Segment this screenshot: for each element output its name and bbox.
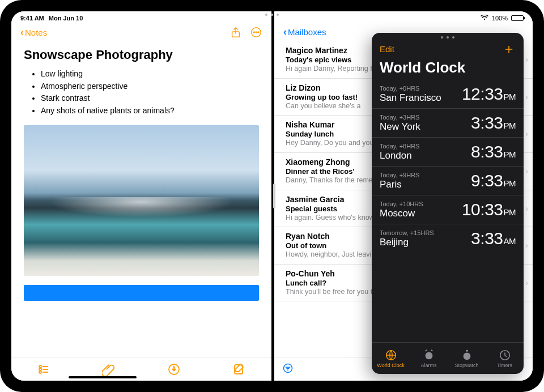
city-name: Beijing bbox=[380, 237, 434, 248]
clock-tab-bar: World Clock Alarms Stopwatch Timers bbox=[372, 342, 524, 374]
city-name: Paris bbox=[380, 179, 419, 190]
svg-point-5 bbox=[39, 365, 41, 368]
city-time: 3:33PM bbox=[471, 113, 516, 133]
city-offset: Today, +0HRS bbox=[380, 85, 441, 92]
more-button[interactable] bbox=[250, 26, 262, 39]
chevron-right-icon: › bbox=[525, 55, 528, 64]
tab-label: Timers bbox=[497, 363, 512, 368]
note-body[interactable]: Snowscape Photography Low lighting Atmos… bbox=[11, 42, 271, 357]
world-clock-city-row[interactable]: Today, +8HRSLondon8:33PM bbox=[372, 137, 524, 166]
split-view-divider[interactable] bbox=[273, 184, 275, 208]
world-clock-list[interactable]: Today, +0HRSSan Francisco12:33PMToday, +… bbox=[372, 80, 524, 342]
svg-point-7 bbox=[39, 371, 41, 373]
chevron-right-icon: › bbox=[525, 167, 528, 176]
city-time: 8:33PM bbox=[471, 142, 516, 161]
chevron-right-icon: › bbox=[525, 241, 528, 250]
note-bullet: Any shots of native plants or animals? bbox=[41, 105, 259, 117]
compose-note-button[interactable] bbox=[232, 363, 246, 376]
chevron-right-icon: › bbox=[525, 92, 528, 101]
svg-point-4 bbox=[258, 32, 259, 33]
tab-alarms[interactable]: Alarms bbox=[410, 343, 448, 374]
notes-back-label: Notes bbox=[25, 28, 47, 37]
svg-point-10 bbox=[284, 364, 292, 372]
notes-back-button[interactable]: ‹ Notes bbox=[20, 27, 47, 39]
note-bullet: Low lighting bbox=[41, 68, 259, 80]
tab-world-clock[interactable]: World Clock bbox=[372, 343, 410, 374]
world-clock-title: World Clock bbox=[372, 59, 524, 80]
mail-app-pane: ‹ Mailboxes Magico MartinezToday's epic … bbox=[274, 11, 533, 381]
tab-label: World Clock bbox=[377, 363, 404, 368]
mail-filter-button[interactable] bbox=[282, 363, 294, 376]
notes-toolbar bbox=[11, 357, 271, 381]
chevron-left-icon: ‹ bbox=[20, 27, 24, 39]
checklist-button[interactable] bbox=[37, 363, 50, 376]
svg-rect-14 bbox=[466, 350, 468, 351]
world-clock-city-row[interactable]: Tomorrow, +15HRSBeijing3:33AM bbox=[372, 224, 524, 253]
note-bullet: Atmospheric perspective bbox=[41, 80, 259, 93]
svg-point-2 bbox=[253, 32, 254, 33]
globe-icon bbox=[385, 349, 397, 361]
city-time: 12:33PM bbox=[462, 84, 516, 104]
attachment-button[interactable] bbox=[102, 363, 116, 376]
notes-nav-bar: ‹ Notes bbox=[11, 11, 271, 42]
world-clock-city-row[interactable]: Today, +10HRSMoscow10:33PM bbox=[372, 195, 524, 224]
svg-point-12 bbox=[425, 352, 432, 359]
note-attached-photo[interactable] bbox=[24, 125, 259, 276]
svg-point-13 bbox=[463, 352, 470, 360]
note-selection-highlight bbox=[24, 285, 259, 301]
city-offset: Tomorrow, +15HRS bbox=[380, 229, 434, 236]
svg-point-6 bbox=[39, 368, 41, 370]
alarm-icon bbox=[423, 349, 435, 361]
svg-point-3 bbox=[256, 32, 257, 33]
tab-label: Stopwatch bbox=[454, 363, 478, 368]
city-name: New York bbox=[380, 121, 420, 133]
city-name: San Francisco bbox=[380, 92, 441, 104]
city-name: London bbox=[380, 150, 419, 161]
city-time: 10:33PM bbox=[462, 200, 516, 219]
world-clock-slideover[interactable]: Edit ＋ World Clock Today, +0HRSSan Franc… bbox=[372, 33, 524, 374]
world-clock-city-row[interactable]: Today, +3HRSNew York3:33PM bbox=[372, 108, 524, 137]
city-offset: Today, +9HRS bbox=[380, 172, 419, 178]
chevron-right-icon: › bbox=[525, 278, 528, 287]
note-bullet-list: Low lighting Atmospheric perspective Sta… bbox=[24, 68, 259, 117]
chevron-left-icon: ‹ bbox=[283, 26, 287, 38]
mail-back-button[interactable]: ‹ Mailboxes bbox=[283, 26, 326, 38]
city-offset: Today, +8HRS bbox=[380, 143, 419, 150]
tab-timers[interactable]: Timers bbox=[486, 343, 524, 374]
notes-app-pane: ‹ Notes Snowscape Photography Low light bbox=[11, 11, 274, 381]
timer-icon bbox=[499, 349, 511, 361]
ipad-frame: 9:41 AM Mon Jun 10 100% ‹ Notes bbox=[0, 0, 544, 392]
mail-back-label: Mailboxes bbox=[288, 27, 326, 37]
note-bullet: Stark contrast bbox=[41, 92, 259, 105]
stopwatch-icon bbox=[461, 349, 473, 361]
city-offset: Today, +3HRS bbox=[380, 114, 420, 121]
clock-edit-button[interactable]: Edit bbox=[380, 44, 394, 54]
city-name: Moscow bbox=[380, 208, 423, 219]
chevron-right-icon: › bbox=[525, 204, 528, 213]
tab-label: Alarms bbox=[420, 363, 436, 368]
tab-stopwatch[interactable]: Stopwatch bbox=[448, 343, 486, 374]
city-time: 3:33AM bbox=[471, 229, 516, 248]
chevron-right-icon: › bbox=[525, 129, 528, 138]
markup-button[interactable] bbox=[167, 363, 181, 376]
note-title: Snowscape Photography bbox=[24, 48, 259, 62]
world-clock-city-row[interactable]: Today, +0HRSSan Francisco12:33PM bbox=[372, 80, 524, 108]
home-indicator-left[interactable] bbox=[69, 376, 137, 378]
city-time: 9:33PM bbox=[471, 171, 516, 190]
world-clock-city-row[interactable]: Today, +9HRSParis9:33PM bbox=[372, 166, 524, 195]
city-offset: Today, +10HRS bbox=[380, 201, 423, 207]
clock-add-button[interactable]: ＋ bbox=[502, 40, 516, 58]
screen: 9:41 AM Mon Jun 10 100% ‹ Notes bbox=[11, 11, 533, 381]
share-button[interactable] bbox=[230, 26, 242, 39]
